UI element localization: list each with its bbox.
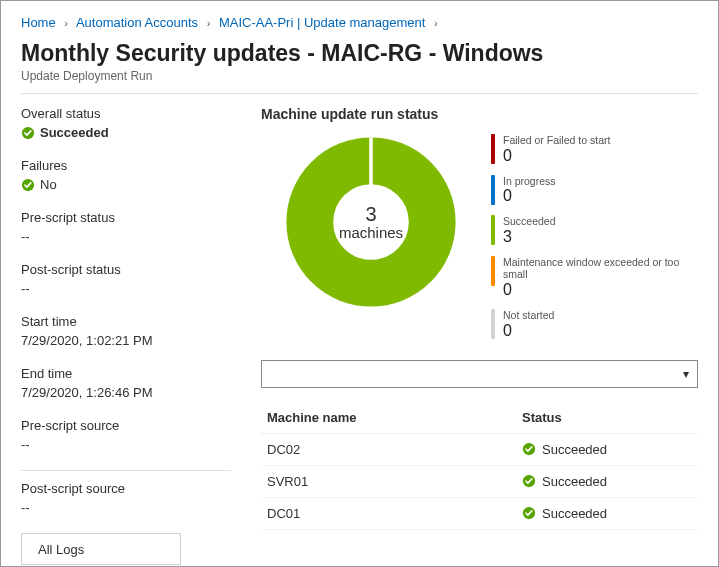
legend-value: 0 — [503, 147, 610, 165]
donut-chart: 3 machines — [281, 132, 461, 312]
legend-item-failed: Failed or Failed to start 0 — [491, 134, 698, 165]
status-cell: Succeeded — [542, 442, 607, 457]
legend-item-inprogress: In progress 0 — [491, 175, 698, 206]
legend-label: Not started — [503, 309, 554, 322]
machine-name-cell: SVR01 — [267, 474, 522, 489]
legend-value: 0 — [503, 187, 556, 205]
end-time-label: End time — [21, 366, 231, 381]
success-check-icon — [522, 474, 536, 488]
table-row[interactable]: DC01 Succeeded — [261, 498, 698, 530]
overall-status-value: Succeeded — [40, 125, 109, 140]
prescript-source-label: Pre-script source — [21, 418, 231, 433]
status-cell: Succeeded — [542, 474, 607, 489]
end-time-value: 7/29/2020, 1:26:46 PM — [21, 385, 231, 400]
legend-color-swatch — [491, 134, 495, 164]
legend-label: In progress — [503, 175, 556, 188]
legend-color-swatch — [491, 256, 495, 286]
divider — [21, 470, 231, 471]
breadcrumb-update-management[interactable]: MAIC-AA-Pri | Update management — [219, 15, 425, 30]
failures-value: No — [40, 177, 57, 192]
success-check-icon — [21, 126, 35, 140]
success-check-icon — [522, 506, 536, 520]
legend-color-swatch — [491, 215, 495, 245]
chart-legend: Failed or Failed to start 0 In progress … — [491, 132, 698, 340]
chevron-right-icon: › — [202, 17, 216, 29]
table-row[interactable]: DC02 Succeeded — [261, 434, 698, 466]
postscript-source-label: Post-script source — [21, 481, 231, 496]
start-time-value: 7/29/2020, 1:02:21 PM — [21, 333, 231, 348]
all-logs-button[interactable]: All Logs — [21, 533, 181, 565]
legend-label: Failed or Failed to start — [503, 134, 610, 147]
chevron-down-icon: ▾ — [683, 367, 689, 381]
postscript-source-value: -- — [21, 500, 231, 515]
legend-item-succeeded: Succeeded 3 — [491, 215, 698, 246]
legend-value: 0 — [503, 322, 554, 340]
breadcrumb-home[interactable]: Home — [21, 15, 56, 30]
status-cell: Succeeded — [542, 506, 607, 521]
chevron-right-icon: › — [59, 17, 73, 29]
divider — [21, 93, 698, 94]
col-header-status: Status — [522, 410, 692, 425]
start-time-label: Start time — [21, 314, 231, 329]
success-check-icon — [522, 442, 536, 456]
legend-label: Maintenance window exceeded or too small — [503, 256, 698, 281]
prescript-status-value: -- — [21, 229, 231, 244]
machine-name-cell: DC02 — [267, 442, 522, 457]
col-header-machine-name: Machine name — [267, 410, 522, 425]
postscript-status-value: -- — [21, 281, 231, 296]
filter-dropdown[interactable]: ▾ — [261, 360, 698, 388]
breadcrumb: Home › Automation Accounts › MAIC-AA-Pri… — [21, 11, 698, 40]
prescript-source-value: -- — [21, 437, 231, 452]
legend-item-maintwindow: Maintenance window exceeded or too small… — [491, 256, 698, 299]
table-row[interactable]: SVR01 Succeeded — [261, 466, 698, 498]
machine-name-cell: DC01 — [267, 506, 522, 521]
legend-value: 3 — [503, 228, 556, 246]
legend-color-swatch — [491, 309, 495, 339]
legend-label: Succeeded — [503, 215, 556, 228]
machine-run-status-heading: Machine update run status — [261, 106, 698, 122]
page-subtitle: Update Deployment Run — [21, 69, 698, 83]
status-panel: Overall status Succeeded Failures No — [21, 106, 231, 565]
failures-label: Failures — [21, 158, 231, 173]
prescript-status-label: Pre-script status — [21, 210, 231, 225]
chevron-right-icon: › — [429, 17, 443, 29]
machines-table: Machine name Status DC02 Succeeded SVR01… — [261, 402, 698, 530]
overall-status-label: Overall status — [21, 106, 231, 121]
page-title: Monthly Security updates - MAIC-RG - Win… — [21, 40, 698, 67]
legend-color-swatch — [491, 175, 495, 205]
legend-value: 0 — [503, 281, 698, 299]
legend-item-notstarted: Not started 0 — [491, 309, 698, 340]
postscript-status-label: Post-script status — [21, 262, 231, 277]
breadcrumb-automation-accounts[interactable]: Automation Accounts — [76, 15, 198, 30]
success-check-icon — [21, 178, 35, 192]
all-logs-label: All Logs — [38, 542, 84, 557]
